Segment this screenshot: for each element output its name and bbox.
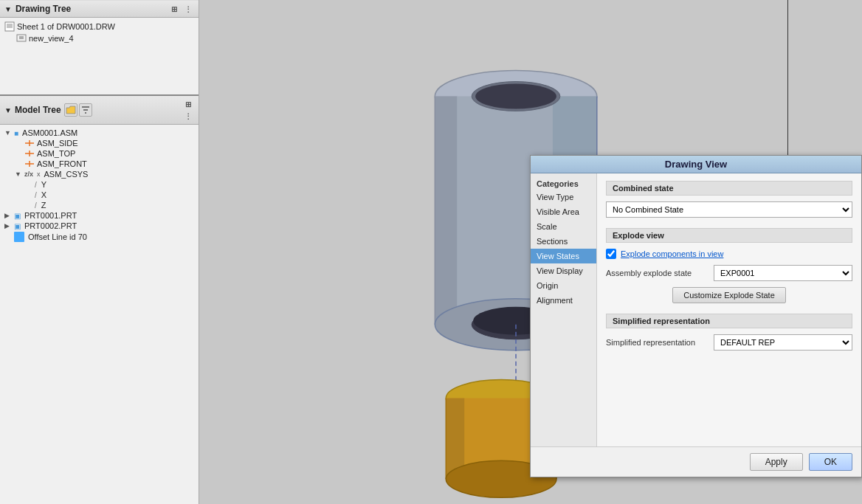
datum-icon [24,150,35,157]
offset-icon [14,232,24,242]
category-origin[interactable]: Origin [531,278,596,293]
model-tree-icon1[interactable]: ⊞ [182,98,194,110]
item-label: Offset Line id 70 [28,232,87,241]
item-label: X [41,190,46,199]
assembly-explode-label: Assembly explode state [606,269,709,277]
explode-view-section: Explode view Explode components in view … [606,228,852,303]
dialog-body: Categories View Type Visible Area Scale … [531,173,861,446]
dialog-content: Combined state No Combined State Explode… [597,173,861,446]
axis-icon: / [35,191,37,199]
view-icon [16,33,27,44]
list-item[interactable]: ASM_SIDE [0,138,199,148]
drawing-tree-icon1[interactable]: ⊞ [168,3,180,15]
list-item[interactable]: ▼ z/x x ASM_CSYS [0,169,199,179]
list-item[interactable]: / Z [0,200,199,210]
list-item[interactable]: ▶ ▣ PRT0001.PRT [0,210,199,221]
list-item[interactable]: / X [0,190,199,200]
item-label: ASM_FRONT [37,159,87,168]
part-icon: ▣ [14,222,21,230]
part-icon: ▣ [14,212,21,220]
list-item[interactable]: ▶ ▣ PRT0002.PRT [0,221,199,231]
item-label: ASM0001.ASM [22,128,77,137]
assembly-explode-select[interactable]: EXP0001 [714,265,852,281]
category-scale[interactable]: Scale [531,219,596,234]
drawing-tree-header: ▼ Drawing Tree ⊞ ⋮ [0,0,199,18]
simplified-rep-row: Simplified representation DEFAULT REP [606,334,852,351]
explode-checkbox-row: Explode components in view [606,249,852,259]
item-label: PRT0001.PRT [24,211,77,220]
item-label: Y [41,180,46,189]
drawing-tree-title: Drawing Tree [15,4,71,14]
explode-label-text: Explode components in view [621,249,723,258]
combined-state-row: No Combined State [606,201,852,218]
model-tree-filter-icon[interactable] [79,103,92,117]
model-tree-header: ▼ Model Tree [0,96,199,125]
item-label: Z [41,201,46,210]
drawing-tree-content: Sheet 1 of DRW0001.DRW new_view_4 [0,18,199,47]
item-label: ASM_TOP [37,149,75,158]
category-view-states[interactable]: View States [531,249,596,263]
apply-button[interactable]: Apply [750,453,803,471]
category-view-display[interactable]: View Display [531,263,596,278]
axis-icon: / [35,201,37,210]
category-visible-area[interactable]: Visible Area [531,204,596,219]
assembly-explode-row: Assembly explode state EXP0001 [606,265,852,281]
list-item[interactable]: Offset Line id 70 [0,231,199,243]
explode-view-header: Explode view [606,228,852,243]
categories-label: Categories [531,176,596,190]
combined-state-header: Combined state [606,181,852,196]
combined-state-select[interactable]: No Combined State [606,201,852,218]
drawing-tree-icon2[interactable]: ⋮ [182,3,194,15]
drawing-view-dialog: Drawing View Categories View Type Visibl… [530,155,862,477]
model-tree-folder-icon[interactable] [64,103,77,117]
category-alignment[interactable]: Alignment [531,293,596,308]
item-label: ASM_SIDE [37,139,78,148]
dialog-footer: Apply OK [531,446,861,477]
csys-x-icon: x [37,170,41,178]
model-tree-title: Model Tree [15,105,61,115]
view-label: new_view_4 [29,34,74,43]
explode-label: Explode components in view [621,249,723,258]
expand-arrow: ▼ [15,170,22,178]
csys-icon: z/x [24,170,33,178]
sheet-icon [4,21,15,32]
list-item[interactable]: / Y [0,179,199,190]
explode-checkbox[interactable] [606,249,616,259]
axis-icon: / [35,181,37,189]
svg-rect-0 [5,22,14,31]
svg-rect-19 [435,96,457,324]
customize-explode-btn[interactable]: Customize Explode State [672,287,786,303]
ok-button[interactable]: OK [809,453,852,471]
drawing-tree-panel: ▼ Drawing Tree ⊞ ⋮ [0,0,199,96]
svg-point-26 [475,84,556,109]
combined-state-section: Combined state No Combined State [606,181,852,218]
simplified-rep-section: Simplified representation Simplified rep… [606,314,852,351]
simplified-rep-select[interactable]: DEFAULT REP [714,334,852,351]
expand-arrow: ▼ [4,129,12,137]
simplified-rep-header: Simplified representation [606,314,852,328]
expand-arrow: ▶ [4,212,12,219]
canvas-area: Drawing View Categories View Type Visibl… [199,0,862,504]
asm-icon: ■ [14,129,18,137]
expand-arrow: ▶ [4,222,12,229]
dialog-categories: Categories View Type Visible Area Scale … [531,173,597,446]
list-item[interactable]: ▼ ■ ASM0001.ASM [0,128,199,138]
view-item[interactable]: new_view_4 [16,32,194,44]
datum-icon [24,139,35,147]
drawing-sheet-item[interactable]: Sheet 1 of DRW0001.DRW [4,21,194,32]
category-view-type[interactable]: View Type [531,190,596,204]
model-tree-panel: ▼ Model Tree [0,96,199,504]
simplified-rep-label: Simplified representation [606,338,709,347]
item-label: PRT0002.PRT [24,221,77,230]
model-tree-content: ▼ ■ ASM0001.ASM ASM_SIDE [0,125,199,246]
left-panel: ▼ Drawing Tree ⊞ ⋮ [0,0,199,504]
datum-icon [24,160,35,168]
sheet-label: Sheet 1 of DRW0001.DRW [17,22,115,31]
item-label: ASM_CSYS [44,170,89,179]
list-item[interactable]: ASM_FRONT [0,159,199,169]
dialog-title: Drawing View [531,156,861,173]
category-sections[interactable]: Sections [531,234,596,249]
list-item[interactable]: ASM_TOP [0,148,199,159]
model-tree-icon2[interactable]: ⋮ [182,110,194,122]
